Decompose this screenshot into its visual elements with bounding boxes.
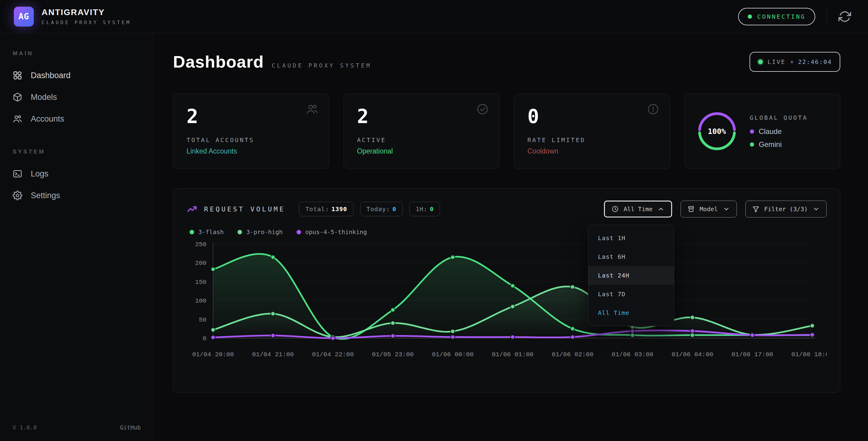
legend-dot-icon xyxy=(750,142,754,147)
gear-icon xyxy=(13,190,22,200)
chart-point xyxy=(271,333,275,337)
chart-point xyxy=(391,321,395,325)
panel-header: REQUEST VOLUME Total:1390Today:01H:0 All… xyxy=(187,201,827,217)
global-quota-card: 100% GLOBAL QUOTA ClaudeGemini xyxy=(684,93,841,169)
app-logo: AG xyxy=(14,7,34,27)
chart-point xyxy=(331,336,335,340)
badge-value: 0 xyxy=(430,205,434,213)
title-left: Dashboard CLAUDE PROXY SYSTEM xyxy=(173,52,372,71)
quota-label: GLOBAL QUOTA xyxy=(750,114,808,121)
timerange-button[interactable]: All Time xyxy=(604,201,672,217)
title-row: Dashboard CLAUDE PROXY SYSTEM LIVE 22:46… xyxy=(173,52,840,72)
panel-controls: All Time Model Filter (3/3) xyxy=(604,201,827,217)
badge-label: Total: xyxy=(305,205,329,213)
x-tick-label: 01/06 01:00 xyxy=(492,351,533,358)
brand: AG ANTIGRAVITY CLAUDE PROXY SYSTEM xyxy=(14,7,131,27)
users-icon xyxy=(306,103,318,116)
sidebar-item-settings[interactable]: Settings xyxy=(0,185,153,206)
stat-value: 2 xyxy=(187,107,315,127)
chart-point xyxy=(570,335,575,339)
chart-legend-item: opus-4-5-thinking xyxy=(297,228,367,236)
dropdown-item[interactable]: All Time xyxy=(588,303,674,322)
model-button[interactable]: Model xyxy=(681,201,737,217)
badge-value: 1390 xyxy=(332,205,347,213)
app-version: V 1.0.0 xyxy=(13,424,37,431)
chart-legend: 3-flash3-pro-highopus-4-5-thinking xyxy=(190,228,827,236)
badge-value: 0 xyxy=(393,205,396,213)
dropdown-item[interactable]: Last 7D xyxy=(588,285,674,303)
stat-cards: 2 TOTAL ACCOUNTS Linked Accounts 2 ACTIV… xyxy=(173,93,840,169)
chart-point xyxy=(211,267,215,271)
chart-point xyxy=(510,284,515,288)
sidebar-item-models[interactable]: Models xyxy=(0,86,153,108)
grid-icon xyxy=(13,70,22,80)
clock-icon xyxy=(612,205,619,213)
chevron-down-icon xyxy=(812,205,820,213)
quota-legend-item: Claude xyxy=(750,127,808,136)
x-tick-label: 01/06 00:00 xyxy=(432,351,473,358)
trending-up-icon xyxy=(187,204,197,214)
app-header: AG ANTIGRAVITY CLAUDE PROXY SYSTEM CONNE… xyxy=(0,0,868,33)
sidebar: MAIN Dashboard Models Accounts SYSTEM xyxy=(0,33,154,441)
sidebar-item-logs[interactable]: Logs xyxy=(0,163,153,185)
chart-point xyxy=(391,334,395,338)
stat-card-active: 2 ACTIVE Operational xyxy=(344,93,500,169)
header-divider xyxy=(827,9,827,24)
stat-sub: Operational xyxy=(357,147,486,155)
cube-icon xyxy=(13,92,22,102)
chart-point xyxy=(750,333,754,337)
brand-text: ANTIGRAVITY CLAUDE PROXY SYSTEM xyxy=(41,7,131,25)
stat-label: TOTAL ACCOUNTS xyxy=(187,136,315,144)
legend-label: 3-pro-high xyxy=(246,228,282,236)
quota-legend-item: Gemini xyxy=(750,140,808,149)
volume-chart: 05010015020025001/04 20:0001/04 21:0001/… xyxy=(187,238,827,364)
y-tick-label: 0 xyxy=(203,335,207,342)
legend-dot-icon xyxy=(297,230,301,234)
sidebar-item-label: Models xyxy=(31,93,57,102)
stat-sub: Cooldown xyxy=(527,147,656,155)
sidebar-section-system: SYSTEM xyxy=(13,148,153,155)
timerange-label: All Time xyxy=(624,205,652,213)
legend-label: Claude xyxy=(759,127,782,136)
y-tick-label: 150 xyxy=(195,279,207,286)
github-link[interactable]: GitHub xyxy=(120,424,141,431)
dropdown-item[interactable]: Last 24H xyxy=(588,266,674,285)
chart-legend-item: 3-pro-high xyxy=(238,228,282,236)
connection-status-badge: CONNECTING xyxy=(738,8,815,25)
quota-ring: 100% xyxy=(697,111,737,151)
sidebar-gap xyxy=(0,130,153,148)
x-tick-label: 01/08 18:00 xyxy=(792,351,827,358)
brand-subtitle: CLAUDE PROXY SYSTEM xyxy=(41,20,131,25)
chart-point xyxy=(451,255,455,259)
x-tick-label: 01/06 02:00 xyxy=(552,351,593,358)
x-tick-label: 01/04 20:00 xyxy=(192,351,234,358)
quota-percent: 100% xyxy=(697,111,737,151)
users-icon xyxy=(13,114,22,124)
chart-point xyxy=(810,333,814,337)
sidebar-section-main: MAIN xyxy=(13,50,153,57)
chart-legend-item: 3-flash xyxy=(190,228,224,236)
dropdown-item[interactable]: Last 1H xyxy=(588,229,674,247)
alert-circle-icon xyxy=(647,103,659,116)
volume-stat-badge: Today:0 xyxy=(360,202,403,216)
sidebar-item-label: Logs xyxy=(31,169,49,179)
x-tick-label: 01/05 23:00 xyxy=(372,351,413,358)
quota-info: GLOBAL QUOTA ClaudeGemini xyxy=(750,114,808,149)
filter-button[interactable]: Filter (3/3) xyxy=(745,201,827,217)
legend-dot-icon xyxy=(750,129,754,134)
sidebar-item-label: Dashboard xyxy=(31,71,70,80)
sidebar-item-accounts[interactable]: Accounts xyxy=(0,108,153,130)
y-tick-label: 200 xyxy=(195,260,207,267)
stat-label: RATE LIMITED xyxy=(527,136,656,144)
stat-card-rate-limited: 0 RATE LIMITED Cooldown xyxy=(514,93,670,169)
chevron-down-icon xyxy=(723,205,730,213)
dropdown-item[interactable]: Last 6H xyxy=(588,247,674,266)
sidebar-item-dashboard[interactable]: Dashboard xyxy=(0,64,153,86)
chart-point xyxy=(211,335,215,340)
chart-point xyxy=(451,335,455,339)
y-tick-label: 100 xyxy=(195,297,207,304)
legend-dot-icon xyxy=(190,230,194,234)
chart-point xyxy=(211,328,215,332)
x-tick-label: 01/04 21:00 xyxy=(252,351,293,358)
refresh-icon[interactable] xyxy=(838,10,851,23)
